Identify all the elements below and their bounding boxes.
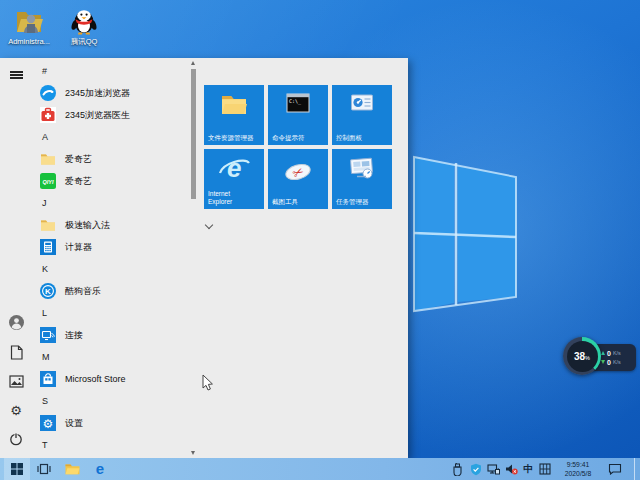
edge-icon: e [92,461,108,477]
connect-icon [40,327,56,343]
volume-muted-icon[interactable] [505,462,519,476]
app-item-connect[interactable]: 连接 [32,324,184,346]
memory-usage-ball[interactable]: 38 % [563,337,601,375]
clock-date: 2020/5/8 [557,469,599,478]
tile-command-prompt[interactable]: C:\_ 命令提示符 [268,85,328,145]
calculator-icon [40,239,56,255]
app-group-header[interactable]: T [32,434,184,456]
svg-text:C:\_: C:\_ [289,98,302,105]
tile-task-manager[interactable]: 任务管理器 [332,149,392,209]
svg-text:K: K [45,287,51,296]
ime-language-indicator[interactable]: 中 [524,463,534,476]
svg-text:e: e [227,153,241,183]
task-view-icon [37,463,51,475]
desktop-icon-administrator[interactable]: Administra... [1,5,57,46]
document-icon [10,345,23,360]
settings-icon: ⚙ [40,415,56,431]
tile-control-panel[interactable]: 控制面板 [332,85,392,145]
kugou-music-icon: K [40,283,56,299]
ime-mode-icon[interactable] [538,462,552,476]
app-group-header[interactable]: S [32,390,184,412]
upload-speed-row: 0 K/s [601,350,636,357]
desktop: Administra... 腾讯QQ [0,0,640,480]
command-prompt-icon: C:\_ [268,93,328,113]
task-view-button[interactable] [32,458,56,480]
app-folder-jisu-ime[interactable]: 极速输入法 [32,214,184,236]
folder-icon [40,151,56,167]
app-group-header[interactable]: M [32,346,184,368]
file-explorer-button[interactable] [60,458,84,480]
pictures-icon [9,375,24,388]
app-item-microsoft-store[interactable]: Microsoft Store [32,368,184,390]
app-item-2345-browser[interactable]: 2345加速浏览器 [32,82,184,104]
tile-file-explorer[interactable]: 文件资源管理器 [204,85,264,145]
app-list: # 2345加速浏览器 2345浏览器医生 A 爱奇艺 QIYI 爱奇艺 J [32,60,184,456]
start-menu: ⚙ # 2345加速浏览器 2345浏览器医生 A 爱奇艺 [0,58,408,458]
file-explorer-icon [204,93,264,115]
app-group-header[interactable]: # [32,60,184,82]
app-item-calculator[interactable]: 计算器 [32,236,184,258]
iqiyi-icon: QIYI [40,173,56,189]
scroll-down-icon[interactable] [190,449,197,457]
taskbar: e 中 9:59:41 2020/5/8 [0,458,640,480]
download-arrow-icon [601,360,605,364]
app-folder-iqiyi[interactable]: 爱奇艺 [32,148,184,170]
scrollbar-thumb[interactable] [191,69,196,199]
app-item-kugou-music[interactable]: K 酷狗音乐 [32,280,184,302]
desktop-icon-label: 腾讯QQ [56,37,112,46]
qq-penguin-icon [56,5,112,35]
folder-icon [40,217,56,233]
app-group-header[interactable]: K [32,258,184,280]
edge-browser-button[interactable]: e [88,458,112,480]
pictures-button[interactable] [0,370,32,392]
svg-text:e: e [96,461,104,477]
show-desktop-button[interactable] [634,458,638,480]
app-group-header[interactable]: A [32,126,184,148]
user-avatar-icon [9,315,24,330]
snipping-tool-icon: ✂ [268,161,328,183]
desktop-icon-qq[interactable]: 腾讯QQ [56,5,112,46]
documents-button[interactable] [0,341,32,363]
action-center-icon[interactable] [608,462,622,476]
power-button[interactable] [0,428,32,450]
clock-time: 9:59:41 [557,460,599,469]
mouse-cursor [202,374,213,391]
windows-wallpaper-logo [412,153,520,315]
user-account-button[interactable] [0,311,32,333]
app-item-2345-doctor[interactable]: 2345浏览器医生 [32,104,184,126]
gear-icon: ⚙ [10,404,22,417]
net-speed-widget[interactable]: 0 K/s 0 K/s 38 % [563,337,637,377]
app-group-header[interactable]: L [32,302,184,324]
chevron-down-icon[interactable] [206,222,212,228]
tile-internet-explorer[interactable]: e InternetExplorer [204,149,264,209]
start-button[interactable] [4,458,30,480]
user-folder-icon [1,5,57,35]
tile-snipping-tool[interactable]: ✂ 截图工具 [268,149,328,209]
browser-2345-icon [40,85,56,101]
expand-menu-button[interactable] [0,64,32,86]
windows-logo-icon [11,463,23,475]
upload-arrow-icon [601,351,605,355]
internet-explorer-icon: e [204,153,264,183]
app-item-settings[interactable]: ⚙ 设置 [32,412,184,434]
control-panel-icon [332,93,392,113]
taskbar-clock[interactable]: 9:59:41 2020/5/8 [557,460,599,478]
download-speed-row: 0 K/s [601,359,636,366]
firstaid-kit-icon [40,107,56,123]
store-icon [40,371,56,387]
app-item-iqiyi[interactable]: QIYI 爱奇艺 [32,170,184,192]
task-manager-icon [332,157,392,180]
tile-grid: 文件资源管理器 C:\_ 命令提示符 控制面板 e InternetExplor… [204,85,392,209]
app-group-header[interactable]: J [32,192,184,214]
network-icon[interactable] [487,462,501,476]
power-icon [9,432,23,446]
desktop-icon-label: Administra... [1,37,57,46]
rail-settings-button[interactable]: ⚙ [0,399,32,421]
app-list-scrollbar[interactable] [190,58,197,458]
start-menu-rail: ⚙ [0,58,32,458]
usb-device-icon[interactable] [451,462,465,476]
system-tray: 中 9:59:41 2020/5/8 [449,458,639,480]
security-shield-icon[interactable] [469,462,483,476]
scroll-up-icon[interactable] [190,59,197,67]
svg-text:⚙: ⚙ [43,417,54,431]
